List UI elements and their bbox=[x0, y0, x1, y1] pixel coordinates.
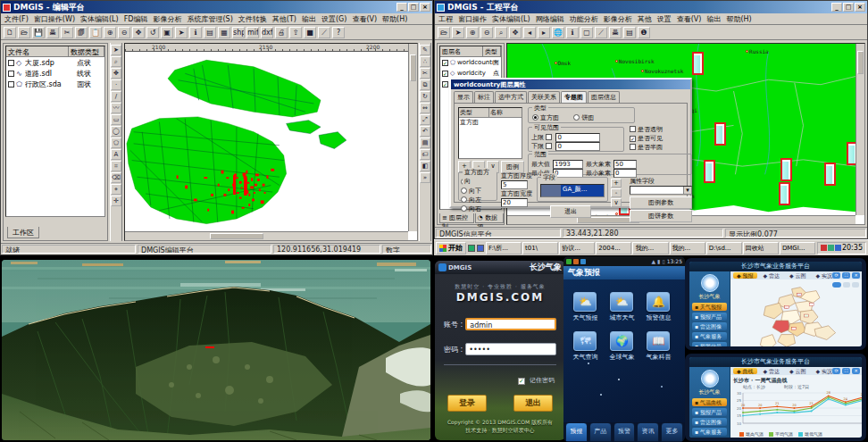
menu-item[interactable]: 功能分析 bbox=[570, 14, 598, 24]
app-science[interactable]: 📖气象科普 bbox=[640, 331, 677, 362]
menu-item[interactable]: 设置(G) bbox=[321, 14, 346, 24]
weather-tab-资讯[interactable]: 资讯 bbox=[637, 422, 659, 442]
tray-icon[interactable] bbox=[835, 245, 841, 251]
sidebar-item-雷达图像[interactable]: ▪ 雷达图像 bbox=[692, 418, 727, 426]
max-input[interactable]: 1993 bbox=[553, 160, 583, 169]
window-control-icon[interactable]: ✕ bbox=[852, 272, 860, 279]
rotate-icon[interactable]: ↻ bbox=[420, 91, 430, 102]
start-button[interactable]: 开始 bbox=[436, 242, 466, 254]
map-zoom-control[interactable] bbox=[832, 282, 841, 288]
tab-云图[interactable]: ◆ 云图 bbox=[786, 368, 810, 374]
pie-params-button[interactable]: 图饼参数 bbox=[630, 210, 692, 222]
help-icon[interactable]: ❶ bbox=[638, 27, 650, 38]
taskbar-button[interactable]: 2004... bbox=[596, 242, 631, 254]
password-input[interactable]: ••••• bbox=[465, 343, 556, 355]
menu-item[interactable]: 系统库管理(S) bbox=[187, 14, 232, 24]
list-col-name[interactable]: 名称 bbox=[489, 108, 522, 117]
maxpx-input[interactable]: 50 bbox=[613, 160, 637, 169]
dxf-icon[interactable]: dxf bbox=[261, 27, 273, 38]
dialog-tab-显示[interactable]: 显示 bbox=[454, 91, 473, 103]
workspace-tab[interactable]: 工作区 bbox=[7, 227, 39, 238]
dir-right-radio[interactable] bbox=[461, 205, 467, 212]
map-hscrollbar[interactable] bbox=[125, 231, 408, 240]
snap-tool-icon[interactable]: ⌖ bbox=[111, 184, 121, 195]
merge-icon[interactable]: ⧉ bbox=[420, 79, 430, 90]
paste-icon[interactable]: 📋 bbox=[89, 27, 102, 38]
full-extent-icon[interactable]: 🌐 bbox=[552, 27, 564, 38]
weather-tab-预警[interactable]: 预警 bbox=[613, 422, 636, 442]
menu-item[interactable]: 影像分析 bbox=[153, 14, 181, 24]
map-vscrollbar[interactable] bbox=[408, 44, 417, 231]
taskbar-button[interactable]: D:\sd... bbox=[706, 242, 742, 254]
file-row[interactable]: ◇大厦.sdp点状 bbox=[6, 57, 104, 68]
menu-item[interactable]: 帮助(H) bbox=[382, 14, 407, 24]
zoom-out-icon[interactable]: ⊖ bbox=[118, 27, 130, 38]
save-icon[interactable]: 💾 bbox=[32, 27, 45, 38]
node-tool-icon[interactable]: ⌗ bbox=[111, 161, 121, 171]
field-remove-button[interactable]: - bbox=[611, 188, 622, 197]
taskbar-button[interactable]: F:\所... bbox=[486, 242, 522, 254]
window-control-icon[interactable]: ⛶ bbox=[842, 272, 850, 279]
taskbar-button[interactable]: DMGI... bbox=[780, 242, 815, 254]
menu-item[interactable]: 文件转换 bbox=[238, 14, 267, 24]
dir-left-radio[interactable] bbox=[461, 196, 467, 203]
menu-item[interactable]: 影像分析 bbox=[604, 14, 632, 24]
mif-icon[interactable]: mif bbox=[246, 27, 259, 38]
zoom-tool-icon[interactable]: ⌕ bbox=[111, 56, 121, 67]
new-icon[interactable]: 🗋 bbox=[4, 27, 16, 38]
tab-曲线[interactable]: ◆ 曲线 bbox=[733, 368, 757, 374]
grid-icon[interactable]: ▦ bbox=[218, 27, 230, 38]
worldmap-vscrollbar[interactable] bbox=[855, 44, 864, 215]
file-checkbox[interactable] bbox=[8, 71, 14, 77]
app-warning[interactable]: 🔔预警信息 bbox=[640, 292, 677, 322]
zoom-in-icon[interactable]: ⊕ bbox=[466, 27, 479, 38]
weather-tab-预报[interactable]: 预报 bbox=[565, 422, 588, 442]
text-tool-icon[interactable]: A bbox=[111, 149, 121, 160]
window2-titlebar[interactable]: DMGIS - 工程平台 _□× bbox=[435, 1, 867, 13]
visible-checkbox[interactable]: ✓ bbox=[630, 136, 636, 142]
window1-titlebar[interactable]: DMGIS - 编辑平台 _□× bbox=[1, 1, 432, 13]
app-weather-forecast[interactable]: ⛅天气预报 bbox=[567, 292, 604, 322]
print-icon[interactable]: 🖶 bbox=[609, 27, 622, 38]
quicklaunch-ie-icon[interactable] bbox=[468, 245, 475, 252]
file-checkbox[interactable] bbox=[8, 60, 14, 66]
label-icon[interactable]: 🏷 bbox=[420, 149, 430, 160]
pie-radio[interactable] bbox=[573, 114, 580, 121]
refresh-icon[interactable]: ↺ bbox=[146, 27, 159, 38]
thematic-list[interactable]: 类型 名称 直方图 bbox=[458, 107, 522, 159]
sidebar-item-气象服务[interactable]: ▪ 气象服务 bbox=[692, 428, 727, 436]
legend-icon[interactable]: ▤ bbox=[623, 27, 636, 38]
menu-item[interactable]: 其他(T) bbox=[272, 14, 296, 24]
weather-tab-产品[interactable]: 产品 bbox=[589, 422, 612, 442]
help-icon[interactable]: ? bbox=[332, 27, 345, 38]
vertex-icon[interactable]: ∴ bbox=[420, 56, 430, 67]
remember-checkbox[interactable]: ✓ bbox=[518, 378, 525, 385]
taskbar-button[interactable]: 我的... bbox=[670, 242, 705, 254]
width-input[interactable]: 20 bbox=[501, 198, 528, 207]
tab-云图[interactable]: ◆ 云图 bbox=[786, 272, 810, 279]
dialog-tab-关联关系[interactable]: 关联关系 bbox=[528, 91, 560, 103]
menu-item[interactable]: 查看(V) bbox=[352, 14, 377, 24]
weather-tab-更多[interactable]: 更多 bbox=[661, 422, 683, 442]
window-control-icon[interactable]: ✕ bbox=[852, 368, 860, 374]
style-icon[interactable]: ◧ bbox=[420, 161, 430, 171]
file-col-name[interactable]: 文件名 bbox=[6, 46, 69, 56]
menu-item[interactable]: 实体编辑(L) bbox=[80, 14, 119, 24]
window-control-icon[interactable]: ⟳ bbox=[832, 272, 840, 279]
tab-雷达[interactable]: ◆ 雷达 bbox=[760, 368, 784, 374]
tab-雷达[interactable]: ◆ 雷达 bbox=[760, 272, 784, 279]
shanghai-map-canvas[interactable] bbox=[125, 52, 408, 231]
field-selected-value[interactable]: GA_颜... bbox=[561, 185, 604, 196]
exit-button[interactable]: 退出 bbox=[513, 395, 553, 412]
window-control-icon[interactable]: ⟳ bbox=[832, 368, 840, 374]
print-icon[interactable]: 🖶 bbox=[46, 27, 59, 38]
zoom-in-icon[interactable]: ⊕ bbox=[104, 27, 116, 38]
select-icon[interactable]: ➤ bbox=[452, 27, 464, 38]
list-row-histogram[interactable]: 直方图 bbox=[459, 118, 522, 127]
select-tool-icon[interactable]: ➤ bbox=[111, 45, 121, 55]
sidebar-item-预报产品[interactable]: ▪ 预报产品 bbox=[692, 408, 727, 416]
quicklaunch-desktop-icon[interactable] bbox=[477, 245, 484, 252]
dialog-tab-选中方式[interactable]: 选中方式 bbox=[495, 91, 527, 103]
erase-tool-icon[interactable]: ⌫ bbox=[111, 172, 121, 183]
menu-item[interactable]: FD编辑 bbox=[124, 14, 148, 24]
